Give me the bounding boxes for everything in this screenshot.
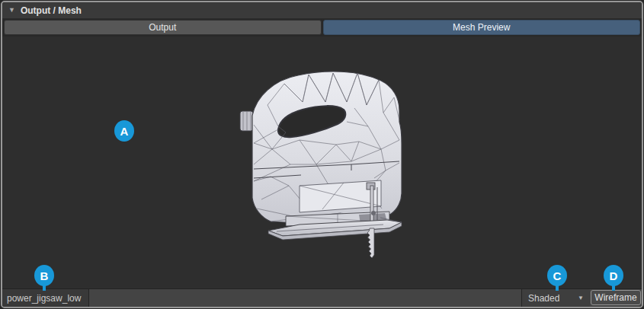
- shading-dropdown-value: Shaded: [528, 293, 559, 304]
- wireframe-toggle[interactable]: Wireframe: [591, 290, 641, 305]
- annotation-letter: A: [120, 125, 129, 138]
- annotation-badge-b: B: [34, 265, 54, 286]
- annotation-letter: B: [40, 269, 49, 282]
- mesh-name-label: power_jigsaw_low: [2, 289, 89, 307]
- annotation-badge-d: D: [604, 265, 623, 286]
- annotation-badge-a: A: [114, 120, 134, 142]
- panel-header: ▼ Output / Mesh: [2, 2, 642, 19]
- tab-mesh-preview[interactable]: Mesh Preview: [323, 20, 641, 35]
- annotation-letter: D: [610, 269, 618, 282]
- panel-title: Output / Mesh: [21, 5, 82, 16]
- mesh-preview-area[interactable]: [2, 37, 642, 288]
- shading-dropdown[interactable]: Shaded ▼: [521, 289, 590, 307]
- tab-bar: Output Mesh Preview: [2, 19, 642, 37]
- foldout-triangle-icon[interactable]: ▼: [8, 7, 15, 14]
- annotation-letter: C: [553, 269, 562, 282]
- preview-status-bar: power_jigsaw_low Shaded ▼ Wireframe: [2, 288, 642, 307]
- tab-output[interactable]: Output: [4, 20, 322, 35]
- output-mesh-panel: ▼ Output / Mesh Output Mesh Preview: [1, 1, 643, 308]
- annotation-badge-c: C: [547, 265, 567, 286]
- dropdown-arrow-icon: ▼: [578, 295, 584, 301]
- jigsaw-mesh-3d-view: [2, 37, 642, 288]
